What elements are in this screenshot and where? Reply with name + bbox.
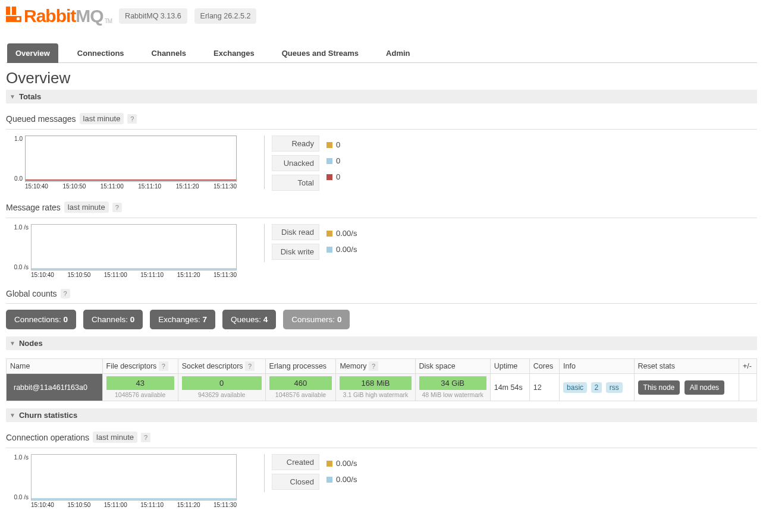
section-churn-header[interactable]: ▼ Churn statistics <box>6 408 757 422</box>
x-tick: 15:11:20 <box>177 502 200 508</box>
divider <box>6 129 757 130</box>
tab-queues[interactable]: Queues and Streams <box>274 43 367 63</box>
col-plus-minus[interactable]: +/- <box>739 359 757 374</box>
chart-series-line <box>26 180 236 181</box>
tab-connections[interactable]: Connections <box>69 43 133 63</box>
gc-exchanges[interactable]: Exchanges: 7 <box>150 310 215 329</box>
logo-tm: TM <box>105 18 112 24</box>
x-tick: 15:11:30 <box>213 272 237 278</box>
help-icon[interactable]: ? <box>369 361 378 371</box>
section-churn-body: Connection operations last minute ? 1.0 … <box>6 422 757 524</box>
col-name[interactable]: Name <box>7 359 103 374</box>
reset-this-node-button[interactable]: This node <box>638 380 680 395</box>
legend-label-total[interactable]: Total <box>272 175 319 191</box>
col-fd[interactable]: File descriptors ? <box>102 359 178 374</box>
gc-consumers[interactable]: Consumers: 0 <box>283 310 350 329</box>
uptime-cell: 14m 54s <box>490 374 529 401</box>
gc-connections[interactable]: Connections: 0 <box>6 310 76 329</box>
x-tick: 15:10:50 <box>62 183 86 190</box>
global-counts-subhead: Global counts ? <box>6 289 757 298</box>
reset-all-nodes-button[interactable]: All nodes <box>684 380 724 395</box>
chevron-down-icon: ▼ <box>10 340 15 347</box>
col-reset[interactable]: Reset stats <box>634 359 739 374</box>
x-tick: 15:10:50 <box>67 502 90 508</box>
x-tick: 15:11:30 <box>213 502 237 508</box>
section-totals-body: Queued messages last minute ? 1.0 0.0 15… <box>6 103 757 334</box>
y-tick: 1.0 /s <box>6 224 29 231</box>
legend-label-unacked[interactable]: Unacked <box>272 155 319 171</box>
legend-label-disk-read[interactable]: Disk read <box>272 224 319 240</box>
section-nodes-body: Name File descriptors ? Socket descripto… <box>6 350 757 406</box>
y-tick: 1.0 <box>6 136 23 142</box>
info-cell: basic 2 rss <box>560 374 634 401</box>
rates-range-selector[interactable]: last minute <box>64 202 109 213</box>
col-cores[interactable]: Cores <box>529 359 559 374</box>
swatch-icon <box>326 247 332 253</box>
legend-value: 0 <box>336 156 340 165</box>
tab-overview[interactable]: Overview <box>7 43 58 63</box>
section-totals-header[interactable]: ▼ Totals <box>6 90 757 103</box>
legend-value: 0.00/s <box>336 459 357 468</box>
x-tick: 15:11:20 <box>176 183 199 190</box>
x-tick: 15:10:40 <box>31 272 54 278</box>
col-sd[interactable]: Socket descriptors ? <box>178 359 265 374</box>
help-icon[interactable]: ? <box>61 289 70 298</box>
y-tick: 1.0 /s <box>6 454 29 461</box>
table-row: rabbit@11a461f163a0 43 1048576 available… <box>7 374 757 401</box>
swatch-icon <box>326 477 332 483</box>
churn-range-selector[interactable]: last minute <box>93 432 137 443</box>
legend-label-ready[interactable]: Ready <box>272 136 319 152</box>
x-tick: 15:11:20 <box>177 272 200 278</box>
queued-chart: 1.0 0.0 15:10:40 15:10:50 15:11:00 15:11… <box>6 136 237 190</box>
help-icon[interactable]: ? <box>112 203 122 212</box>
col-uptime[interactable]: Uptime <box>490 359 529 374</box>
churn-subhead: Connection operations last minute ? <box>6 432 757 443</box>
help-icon[interactable]: ? <box>127 114 137 124</box>
col-disk[interactable]: Disk space <box>415 359 490 374</box>
logo-text-rabbit: Rabbit <box>24 6 76 26</box>
cores-cell: 12 <box>529 374 559 401</box>
divider <box>6 448 757 448</box>
gc-channels[interactable]: Channels: 0 <box>83 310 143 329</box>
queued-subhead: Queued messages last minute ? <box>6 113 757 124</box>
swatch-icon <box>326 142 332 148</box>
legend-label-disk-write[interactable]: Disk write <box>272 244 319 260</box>
help-icon[interactable]: ? <box>141 433 150 442</box>
help-icon[interactable]: ? <box>159 361 168 371</box>
reset-cell: This node All nodes <box>634 374 739 401</box>
x-tick: 15:11:30 <box>213 183 237 190</box>
info-badge-num[interactable]: 2 <box>591 382 602 393</box>
info-badge-rss[interactable]: rss <box>606 382 623 393</box>
section-totals-label: Totals <box>19 92 41 101</box>
x-tick: 15:11:10 <box>140 502 164 508</box>
legend-label-closed[interactable]: Closed <box>272 474 319 490</box>
col-ep[interactable]: Erlang processes <box>265 359 336 374</box>
queued-legend: Ready Unacked Total 0 0 0 <box>264 136 340 191</box>
section-nodes-header[interactable]: ▼ Nodes <box>6 336 757 350</box>
col-mem[interactable]: Memory ? <box>336 359 415 374</box>
tab-exchanges[interactable]: Exchanges <box>205 43 263 63</box>
rabbitmq-icon <box>6 7 21 22</box>
queued-range-selector[interactable]: last minute <box>80 113 124 124</box>
plus-minus-cell[interactable] <box>739 374 757 401</box>
version-badge-erlang: Erlang 26.2.5.2 <box>194 8 257 24</box>
gc-queues[interactable]: Queues: 4 <box>222 310 276 329</box>
col-info[interactable]: Info <box>560 359 634 374</box>
swatch-icon <box>326 461 332 467</box>
x-tick: 15:10:40 <box>31 502 54 508</box>
help-icon[interactable]: ? <box>245 361 255 371</box>
divider <box>6 218 757 218</box>
tab-admin[interactable]: Admin <box>378 43 418 63</box>
tab-channels[interactable]: Channels <box>143 43 195 63</box>
info-badge-basic[interactable]: basic <box>563 382 587 393</box>
page-title: Overview <box>6 69 757 87</box>
nodes-table: Name File descriptors ? Socket descripto… <box>6 358 757 401</box>
legend-label-created[interactable]: Created <box>272 454 319 470</box>
x-tick: 15:11:00 <box>104 272 127 278</box>
logo[interactable]: RabbitMQ TM <box>6 6 112 26</box>
svg-rect-0 <box>6 7 10 15</box>
node-name-cell[interactable]: rabbit@11a461f163a0 <box>7 374 103 401</box>
sd-cell: 0 943629 available <box>178 374 265 401</box>
y-tick: 0.0 /s <box>6 494 29 500</box>
y-tick: 0.0 /s <box>6 264 29 270</box>
